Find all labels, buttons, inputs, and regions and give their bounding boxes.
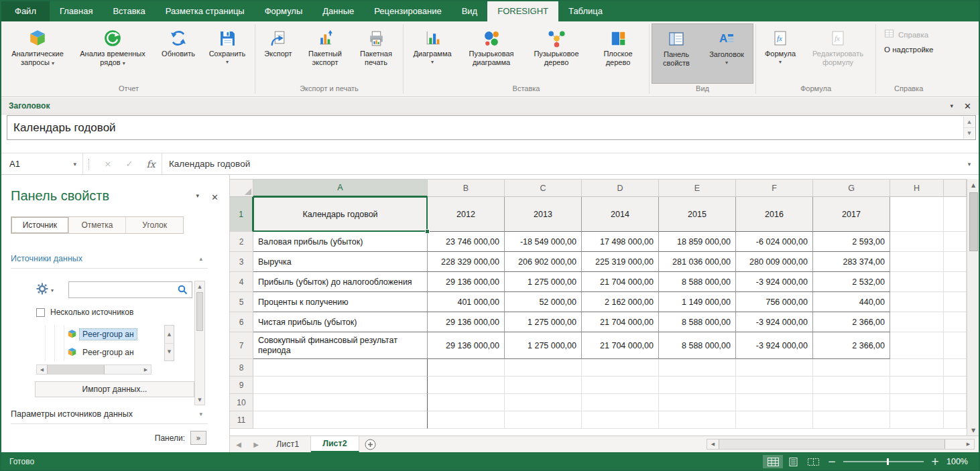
cell-G1[interactable]: 2017 (813, 197, 890, 232)
cell-filler7[interactable] (944, 332, 967, 359)
scrollbar-thumb[interactable] (969, 192, 978, 251)
cell-F5[interactable]: 756 000,00 (736, 292, 813, 312)
column-header-b[interactable]: B (428, 180, 505, 197)
cell-D5[interactable]: 2 162 000,00 (582, 292, 659, 312)
zoom-slider-thumb[interactable] (887, 458, 889, 465)
properties-panel-button[interactable]: Панель свойств (652, 24, 700, 83)
scroll-down-icon[interactable]: ▼ (195, 395, 204, 405)
panels-expand-button[interactable]: » (190, 431, 206, 445)
sheet-tab[interactable]: Лист1 (265, 436, 311, 452)
cell-D2[interactable]: 17 498 000,00 (582, 232, 659, 252)
scroll-up-icon[interactable]: ▲ (964, 117, 975, 128)
cell-C6[interactable]: 1 275 000,00 (505, 312, 582, 332)
sheet-tab[interactable]: Лист2 (311, 436, 359, 452)
cell-F6[interactable]: -3 924 000,00 (736, 312, 813, 332)
cell-E9[interactable] (659, 377, 736, 394)
cell-G6[interactable]: 2 366,00 (813, 312, 890, 332)
column-header-h[interactable]: H (890, 180, 944, 197)
cell-E8[interactable] (659, 359, 736, 377)
row-header-4[interactable]: 4 (230, 272, 253, 292)
cell-F1[interactable]: 2016 (736, 197, 813, 232)
cell-H1[interactable] (890, 197, 944, 232)
cell-B11[interactable] (428, 411, 505, 429)
row-header-1[interactable]: 1 (230, 197, 253, 232)
scroll-down-icon[interactable]: ▼ (964, 128, 975, 139)
sheet-nav-right-icon[interactable]: ▶ (247, 436, 265, 452)
cell-F4[interactable]: -3 924 000,00 (736, 272, 813, 292)
import-data-button[interactable]: Импорт данных... (35, 381, 194, 397)
name-box[interactable]: A1 ▾ (1, 153, 83, 174)
column-header-a[interactable]: A (253, 180, 428, 197)
cell-B10[interactable] (428, 394, 505, 411)
cell-B5[interactable]: 401 000,00 (428, 292, 505, 312)
chevron-down-icon[interactable]: ▾ (196, 192, 200, 202)
tab-source[interactable]: Источник (11, 217, 69, 233)
insert-function-icon[interactable]: fx (140, 153, 162, 174)
cell-filler3[interactable] (944, 252, 967, 272)
bubble-tree-button[interactable]: Пузырьковое дерево (524, 23, 589, 84)
fill-handle[interactable] (425, 229, 430, 234)
menu-tab[interactable]: Файл (1, 1, 50, 21)
menu-tab[interactable]: FORESIGHT (487, 1, 558, 21)
cell-A4[interactable]: Прибыль (убыток) до налогообложения (253, 272, 428, 292)
cell-A6[interactable]: Чистая прибыль (убыток) (253, 312, 428, 332)
cell-H6[interactable] (890, 312, 944, 332)
cell-C7[interactable]: 1 275 000,00 (505, 332, 582, 359)
grid-horizontal-scrollbar[interactable]: ◀ ▶ (707, 439, 975, 450)
cell-filler10[interactable] (944, 394, 967, 411)
cell-A5[interactable]: Проценты к получению (253, 292, 428, 312)
cell-H8[interactable] (890, 359, 944, 377)
cell-H11[interactable] (890, 411, 944, 429)
expand-formula-bar-icon[interactable]: ▾ (960, 153, 979, 174)
cell-filler2[interactable] (944, 232, 967, 252)
scroll-right-icon[interactable]: ▶ (141, 365, 151, 374)
grid-vertical-scrollbar[interactable]: ▲ ▼ (967, 179, 979, 436)
cell-H3[interactable] (890, 252, 944, 272)
cell-filler6[interactable] (944, 312, 967, 332)
cell-H2[interactable] (890, 232, 944, 252)
cell-G3[interactable]: 283 374,00 (813, 252, 890, 272)
formula-bar-grip[interactable] (88, 159, 92, 170)
list-horizontal-scrollbar[interactable]: ◀ ▶ (36, 364, 151, 375)
cell-F2[interactable]: -6 024 000,00 (736, 232, 813, 252)
search-input[interactable] (68, 281, 192, 298)
column-header-c[interactable]: C (505, 180, 582, 197)
formula-button[interactable]: fx Формула ▾ (758, 23, 802, 84)
menu-tab[interactable]: Вид (452, 1, 488, 21)
cell-C5[interactable]: 52 000,00 (505, 292, 582, 312)
cell-H9[interactable] (890, 377, 944, 394)
cell-E2[interactable]: 18 859 000,00 (659, 232, 736, 252)
formula-input[interactable]: Календарь годовой (162, 153, 960, 174)
cell-E1[interactable]: 2015 (659, 197, 736, 232)
cell-A9[interactable] (253, 377, 428, 394)
row-header-11[interactable]: 11 (230, 411, 253, 429)
cell-E11[interactable] (659, 411, 736, 429)
column-header-e[interactable]: E (659, 180, 736, 197)
scroll-down-icon[interactable]: ▼ (165, 344, 174, 361)
row-header-5[interactable]: 5 (230, 292, 253, 312)
sheet-nav-left-icon[interactable]: ◀ (230, 436, 247, 452)
cell-E4[interactable]: 8 588 000,00 (659, 272, 736, 292)
about-addin-button[interactable]: О надстройке (881, 43, 936, 56)
cell-E7[interactable]: 8 588 000,00 (659, 332, 736, 359)
batch-print-button[interactable]: Пакетная печать (351, 23, 401, 84)
save-button[interactable]: Сохранить ▾ (202, 23, 253, 84)
cell-F8[interactable] (736, 359, 813, 377)
row-header-9[interactable]: 9 (230, 377, 253, 394)
cell-D11[interactable] (582, 411, 659, 429)
timeseries-analysis-button[interactable]: Анализ временных рядов ▾ (70, 23, 155, 84)
cell-filler11[interactable] (944, 411, 967, 429)
scroll-up-icon[interactable]: ▲ (967, 179, 979, 191)
row-header-8[interactable]: 8 (230, 359, 253, 377)
cell-B4[interactable]: 29 136 000,00 (428, 272, 505, 292)
menu-tab[interactable]: Данные (312, 1, 364, 21)
scroll-left-icon[interactable]: ◀ (37, 365, 47, 374)
cell-E3[interactable]: 281 036 000,00 (659, 252, 736, 272)
datasource-settings-button[interactable]: ▾ (36, 283, 54, 297)
cell-C3[interactable]: 206 902 000,00 (505, 252, 582, 272)
cell-A7[interactable]: Совокупный финансовый результат периода (253, 332, 428, 359)
cell-E6[interactable]: 8 588 000,00 (659, 312, 736, 332)
scroll-up-icon[interactable]: ▲ (195, 281, 204, 291)
row-header-2[interactable]: 2 (230, 232, 253, 252)
data-source-item[interactable]: Peer-group ан (36, 343, 164, 361)
